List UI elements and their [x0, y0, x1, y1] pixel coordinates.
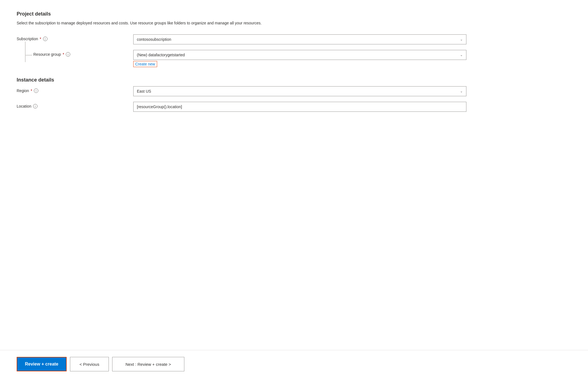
review-create-button[interactable]: Review + create — [17, 357, 67, 371]
region-required-star: * — [31, 88, 32, 93]
subscription-required-star: * — [40, 37, 41, 41]
location-control-col — [133, 102, 466, 112]
region-dropdown[interactable]: East US ⌄ — [133, 86, 466, 96]
subscription-label: Subscription — [17, 37, 38, 41]
resource-group-row: Resource group * i (New) datafactorygets… — [17, 50, 571, 67]
region-info-icon[interactable]: i — [34, 88, 38, 93]
next-button[interactable]: Next : Review + create > — [112, 357, 184, 371]
region-label-col: Region * i — [17, 86, 133, 93]
region-dropdown-value: East US — [137, 89, 151, 93]
location-label-col: Location i — [17, 102, 133, 108]
resource-group-info-icon[interactable]: i — [66, 52, 70, 57]
region-row: Region * i East US ⌄ — [17, 86, 571, 96]
resource-group-dropdown-chevron: ⌄ — [460, 53, 463, 57]
location-label: Location — [17, 104, 31, 108]
region-label: Region — [17, 88, 29, 93]
resource-group-required-star: * — [63, 52, 64, 57]
region-dropdown-chevron: ⌄ — [460, 89, 463, 93]
subscription-row: Subscription * i contososubscription ⌄ — [17, 34, 571, 44]
subscription-label-col: Subscription * i — [17, 34, 133, 41]
subscription-info-icon[interactable]: i — [43, 37, 47, 41]
location-input[interactable] — [133, 102, 466, 112]
resource-group-dropdown[interactable]: (New) datafactorygetstarted ⌄ — [133, 50, 466, 60]
create-new-link[interactable]: Create new — [133, 61, 157, 67]
subscription-dropdown[interactable]: contososubscription ⌄ — [133, 34, 466, 44]
subscription-dropdown-value: contososubscription — [137, 37, 171, 42]
resource-group-control-col: (New) datafactorygetstarted ⌄ Create new — [133, 50, 466, 67]
region-control-col: East US ⌄ — [133, 86, 466, 96]
previous-button[interactable]: < Previous — [70, 357, 109, 371]
resource-group-label-col: Resource group * i — [17, 50, 133, 57]
project-details-description: Select the subscription to manage deploy… — [17, 20, 350, 26]
footer-bar: Review + create < Previous Next : Review… — [0, 350, 588, 378]
project-details-title: Project details — [17, 11, 571, 17]
resource-group-label: Resource group — [33, 52, 61, 57]
location-row: Location i — [17, 102, 571, 112]
location-info-icon[interactable]: i — [33, 104, 37, 108]
subscription-dropdown-chevron: ⌄ — [460, 37, 463, 41]
instance-details-title: Instance details — [17, 77, 571, 83]
resource-group-dropdown-value: (New) datafactorygetstarted — [137, 53, 185, 57]
subscription-control-col: contososubscription ⌄ — [133, 34, 466, 44]
